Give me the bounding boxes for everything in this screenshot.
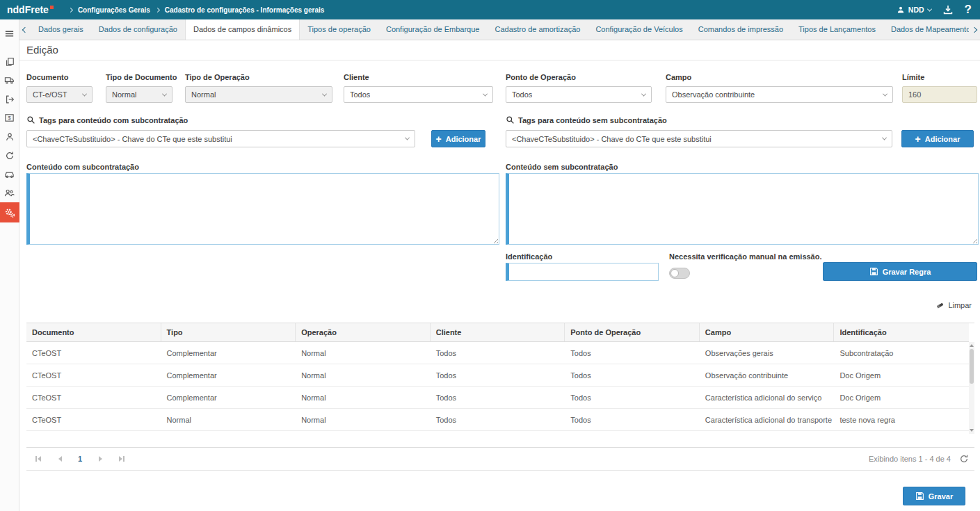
- cell: Característica adicional do transporte: [700, 409, 835, 430]
- refresh-button[interactable]: [959, 454, 969, 464]
- app-logo[interactable]: nddFrete: [7, 4, 54, 15]
- manual-check-label: Necessita verificação manual na emissão.: [669, 252, 822, 261]
- tags-with-select[interactable]: <ChaveCTeSubstituido> - Chave do CTe que…: [26, 130, 415, 147]
- tab-tipos-de-lancamentos[interactable]: Tipos de Lançamentos: [791, 19, 883, 40]
- content-without-wrap: [506, 173, 979, 245]
- cell: CTeOST: [26, 387, 161, 408]
- scroll-up-icon[interactable]: [970, 344, 974, 347]
- clear-button[interactable]: Limpar: [935, 300, 972, 309]
- tab-cadastro-de-amortizacao[interactable]: Cadastro de amortização: [487, 19, 588, 40]
- tab-dados-de-campos-dinamicos[interactable]: Dados de campos dinâmicos: [185, 19, 300, 40]
- table-row[interactable]: CTeOST Complementar Normal Todos Todos O…: [26, 364, 969, 387]
- tipo-documento-select[interactable]: Normal: [106, 86, 172, 103]
- identificacao-input[interactable]: [506, 263, 659, 281]
- cell: Todos: [431, 364, 565, 386]
- cell: Todos: [565, 387, 700, 408]
- sidebar-item-sync[interactable]: [0, 146, 19, 165]
- save-icon: [915, 492, 924, 501]
- user-menu[interactable]: NDD: [897, 6, 931, 14]
- page-number[interactable]: 1: [75, 455, 85, 463]
- campo-label: Campo: [666, 73, 691, 81]
- sidebar-item-menu[interactable]: [0, 24, 19, 43]
- sidebar-item-billing[interactable]: $: [0, 108, 19, 127]
- scroll-down-icon[interactable]: [970, 429, 974, 432]
- breadcrumb-cadastro-configuracoes[interactable]: Cadastro de configurações - Informações …: [165, 6, 325, 14]
- sidebar: $: [0, 19, 19, 511]
- chevron-down-icon: [882, 136, 887, 140]
- add-tag-without-button[interactable]: + Adicionar: [901, 130, 974, 147]
- sidebar-item-export[interactable]: [0, 90, 19, 108]
- cliente-select[interactable]: Todos: [344, 86, 493, 103]
- scroll-thumb[interactable]: [970, 349, 974, 384]
- cell: Normal: [296, 364, 431, 386]
- sidebar-item-settings[interactable]: [0, 202, 19, 222]
- topbar: nddFrete Configurações Gerais Cadastro d…: [0, 0, 980, 19]
- save-button[interactable]: Gravar: [903, 487, 965, 505]
- download-button[interactable]: [942, 4, 954, 15]
- save-icon: [869, 267, 878, 276]
- cell: Normal: [296, 387, 431, 408]
- sidebar-item-user[interactable]: [0, 127, 19, 146]
- table-row[interactable]: CTeOST Complementar Normal Todos Todos O…: [26, 342, 969, 364]
- cell: Doc Origem: [834, 387, 969, 408]
- sidebar-item-vehicle[interactable]: [0, 165, 19, 184]
- tabs-scroll-left-button[interactable]: [19, 19, 31, 40]
- identificacao-label: Identificação: [506, 252, 552, 261]
- sidebar-item-users[interactable]: [0, 184, 19, 202]
- tab-dados-de-mapeamento[interactable]: Dados de Mapeamento: [883, 19, 969, 40]
- tab-comandos-de-impressao[interactable]: Comandos de impressão: [691, 19, 791, 40]
- page-title: Edição: [26, 44, 58, 56]
- tags-without-select[interactable]: <ChaveCTeSubstituido> - Chave do CTe que…: [506, 130, 892, 147]
- tabs-strip: Dados gerais Dados de configuração Dados…: [31, 19, 969, 40]
- cell: Característica adicional do serviço: [700, 387, 835, 408]
- chevron-right-icon: [155, 7, 160, 12]
- cell: Todos: [565, 364, 700, 386]
- divider: [19, 60, 980, 60]
- save-rule-button[interactable]: Gravar Regra: [823, 262, 977, 281]
- toggle-knob: [670, 269, 679, 277]
- items-status: Exibindo itens 1 - 4 de 4: [869, 455, 951, 463]
- tab-configuracao-de-veiculos[interactable]: Configuração de Veículos: [588, 19, 690, 40]
- previous-page-button[interactable]: [54, 453, 66, 465]
- tab-configuracao-de-embarque[interactable]: Configuração de Embarque: [378, 19, 488, 40]
- chevron-down-icon: [82, 91, 87, 96]
- next-page-button[interactable]: [94, 453, 106, 465]
- first-page-button[interactable]: [32, 453, 45, 465]
- content-with-textarea[interactable]: [26, 173, 499, 245]
- ponto-operacao-select[interactable]: Todos: [506, 86, 652, 103]
- documento-select[interactable]: CT-e/OST: [26, 86, 93, 103]
- last-page-icon: [119, 456, 122, 462]
- campo-select[interactable]: Observação contribuinte: [666, 86, 893, 103]
- manual-check-toggle[interactable]: [669, 268, 690, 279]
- chevron-right-icon: [68, 7, 73, 12]
- tipo-operacao-select[interactable]: Normal: [185, 86, 332, 103]
- limite-input[interactable]: [902, 86, 977, 103]
- content-with-wrap: [26, 173, 499, 245]
- table-row[interactable]: CTeOST Complementar Normal Todos Todos C…: [26, 387, 969, 409]
- table-row[interactable]: CTeOST Normal Normal Todos Todos Caracte…: [26, 409, 969, 431]
- limite-label: Límite: [902, 73, 924, 81]
- breadcrumb-configuracoes-gerais[interactable]: Configurações Gerais: [78, 6, 150, 14]
- cell: CTeOST: [26, 409, 161, 430]
- last-page-button[interactable]: [115, 453, 128, 465]
- documento-label: Documento: [26, 73, 69, 81]
- help-button[interactable]: ?: [965, 3, 973, 17]
- column-header-ponto-operacao: Ponto de Operação: [565, 323, 700, 341]
- sidebar-item-copy[interactable]: [0, 52, 19, 71]
- cell: Complementar: [161, 342, 296, 364]
- tab-dados-gerais[interactable]: Dados gerais: [31, 19, 91, 40]
- first-page-icon: [38, 456, 41, 462]
- chevron-down-icon: [641, 91, 646, 96]
- download-icon: [942, 4, 954, 15]
- chevron-down-icon: [322, 91, 327, 96]
- tab-dados-de-configuracao[interactable]: Dados de configuração: [91, 19, 185, 40]
- content-without-textarea[interactable]: [506, 173, 979, 245]
- sidebar-item-truck[interactable]: [0, 71, 19, 90]
- tab-bar: Dados gerais Dados de configuração Dados…: [19, 19, 980, 40]
- table-scrollbar[interactable]: [969, 342, 974, 434]
- eraser-icon: [935, 300, 945, 309]
- tabs-scroll-right-button[interactable]: [969, 19, 980, 40]
- add-tag-with-button[interactable]: + Adicionar: [431, 130, 485, 147]
- content-with-label: Conteúdo com subcontratação: [26, 163, 139, 171]
- tab-tipos-de-operacao[interactable]: Tipos de operação: [300, 19, 378, 40]
